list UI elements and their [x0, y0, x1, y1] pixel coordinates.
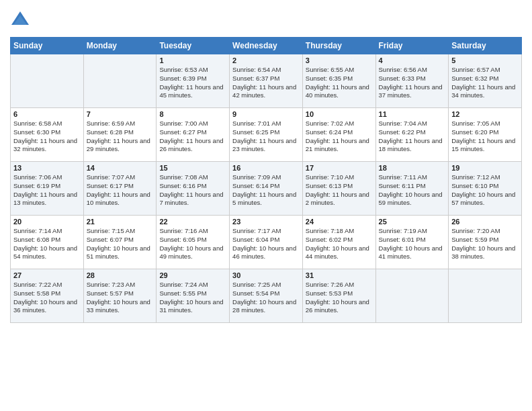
calendar-cell: 18Sunrise: 7:11 AMSunset: 6:11 PMDayligh… — [375, 162, 449, 216]
day-number: 7 — [87, 110, 154, 118]
day-info: Sunrise: 7:24 AMSunset: 5:55 PMDaylight:… — [159, 281, 226, 315]
day-info: Sunrise: 7:17 AMSunset: 6:04 PMDaylight:… — [232, 227, 300, 261]
page-header — [10, 10, 522, 30]
calendar-cell: 26Sunrise: 7:20 AMSunset: 5:59 PMDayligh… — [449, 216, 522, 269]
calendar-cell: 1Sunrise: 6:53 AMSunset: 6:39 PMDaylight… — [157, 54, 230, 108]
calendar-cell: 2Sunrise: 6:54 AMSunset: 6:37 PMDaylight… — [230, 54, 303, 108]
day-number: 12 — [451, 110, 519, 118]
calendar-cell: 25Sunrise: 7:19 AMSunset: 6:01 PMDayligh… — [375, 216, 449, 269]
calendar-cell: 16Sunrise: 7:09 AMSunset: 6:14 PMDayligh… — [230, 162, 303, 216]
weekday-header: Saturday — [449, 38, 522, 54]
calendar-cell — [375, 269, 449, 323]
calendar-week-row: 6Sunrise: 6:58 AMSunset: 6:30 PMDaylight… — [11, 108, 522, 162]
day-number: 1 — [159, 56, 226, 64]
day-info: Sunrise: 7:22 AMSunset: 5:58 PMDaylight:… — [13, 281, 81, 315]
calendar-cell: 4Sunrise: 6:56 AMSunset: 6:33 PMDaylight… — [375, 54, 449, 108]
day-number: 22 — [159, 218, 226, 226]
calendar-cell: 5Sunrise: 6:57 AMSunset: 6:32 PMDaylight… — [449, 54, 522, 108]
day-number: 2 — [232, 56, 300, 64]
day-number: 19 — [451, 164, 519, 172]
day-info: Sunrise: 7:18 AMSunset: 6:02 PMDaylight:… — [306, 227, 373, 261]
calendar-week-row: 13Sunrise: 7:06 AMSunset: 6:19 PMDayligh… — [11, 162, 522, 216]
calendar-cell: 31Sunrise: 7:26 AMSunset: 5:53 PMDayligh… — [302, 269, 375, 323]
day-number: 17 — [306, 164, 373, 172]
calendar-week-row: 27Sunrise: 7:22 AMSunset: 5:58 PMDayligh… — [11, 269, 522, 323]
day-number: 8 — [159, 110, 226, 118]
calendar-cell: 14Sunrise: 7:07 AMSunset: 6:17 PMDayligh… — [83, 162, 157, 216]
day-number: 9 — [232, 110, 300, 118]
day-number: 10 — [306, 110, 373, 118]
calendar-cell: 3Sunrise: 6:55 AMSunset: 6:35 PMDaylight… — [302, 54, 375, 108]
day-number: 3 — [306, 56, 373, 64]
calendar-week-row: 1Sunrise: 6:53 AMSunset: 6:39 PMDaylight… — [11, 54, 522, 108]
day-info: Sunrise: 7:11 AMSunset: 6:11 PMDaylight:… — [379, 173, 446, 208]
day-info: Sunrise: 7:16 AMSunset: 6:05 PMDaylight:… — [159, 227, 226, 261]
weekday-header: Monday — [83, 38, 157, 54]
day-info: Sunrise: 7:09 AMSunset: 6:14 PMDaylight:… — [232, 173, 300, 208]
calendar-cell — [83, 54, 157, 108]
day-info: Sunrise: 7:20 AMSunset: 5:59 PMDaylight:… — [451, 227, 519, 261]
calendar-cell: 30Sunrise: 7:25 AMSunset: 5:54 PMDayligh… — [230, 269, 303, 323]
calendar-cell: 11Sunrise: 7:04 AMSunset: 6:22 PMDayligh… — [375, 108, 449, 162]
weekday-header-row: SundayMondayTuesdayWednesdayThursdayFrid… — [11, 38, 522, 54]
weekday-header: Wednesday — [230, 38, 303, 54]
calendar-cell: 24Sunrise: 7:18 AMSunset: 6:02 PMDayligh… — [302, 216, 375, 269]
day-info: Sunrise: 7:00 AMSunset: 6:27 PMDaylight:… — [159, 120, 226, 154]
weekday-header: Thursday — [302, 38, 375, 54]
day-info: Sunrise: 6:56 AMSunset: 6:33 PMDaylight:… — [379, 66, 446, 100]
day-info: Sunrise: 7:12 AMSunset: 6:10 PMDaylight:… — [451, 173, 519, 208]
weekday-header: Friday — [375, 38, 449, 54]
day-number: 29 — [159, 271, 226, 279]
day-number: 5 — [451, 56, 519, 64]
day-info: Sunrise: 7:06 AMSunset: 6:19 PMDaylight:… — [13, 173, 81, 208]
calendar-cell: 10Sunrise: 7:02 AMSunset: 6:24 PMDayligh… — [302, 108, 375, 162]
calendar-cell: 8Sunrise: 7:00 AMSunset: 6:27 PMDaylight… — [157, 108, 230, 162]
day-info: Sunrise: 7:07 AMSunset: 6:17 PMDaylight:… — [87, 173, 154, 208]
calendar-cell — [11, 54, 84, 108]
calendar-cell: 27Sunrise: 7:22 AMSunset: 5:58 PMDayligh… — [11, 269, 84, 323]
weekday-header: Tuesday — [157, 38, 230, 54]
day-number: 18 — [379, 164, 446, 172]
day-info: Sunrise: 7:02 AMSunset: 6:24 PMDaylight:… — [306, 120, 373, 154]
day-info: Sunrise: 7:01 AMSunset: 6:25 PMDaylight:… — [232, 120, 300, 154]
day-info: Sunrise: 7:04 AMSunset: 6:22 PMDaylight:… — [379, 120, 446, 154]
calendar-table: SundayMondayTuesdayWednesdayThursdayFrid… — [10, 37, 522, 323]
calendar-cell: 22Sunrise: 7:16 AMSunset: 6:05 PMDayligh… — [157, 216, 230, 269]
day-number: 31 — [306, 271, 373, 279]
day-number: 23 — [232, 218, 300, 226]
calendar-cell: 29Sunrise: 7:24 AMSunset: 5:55 PMDayligh… — [157, 269, 230, 323]
calendar-cell: 6Sunrise: 6:58 AMSunset: 6:30 PMDaylight… — [11, 108, 84, 162]
day-info: Sunrise: 6:54 AMSunset: 6:37 PMDaylight:… — [232, 66, 300, 100]
day-info: Sunrise: 6:57 AMSunset: 6:32 PMDaylight:… — [451, 66, 519, 100]
day-number: 16 — [232, 164, 300, 172]
weekday-header: Sunday — [11, 38, 84, 54]
day-number: 28 — [87, 271, 154, 279]
logo-icon — [10, 10, 30, 30]
day-info: Sunrise: 7:26 AMSunset: 5:53 PMDaylight:… — [306, 281, 373, 315]
day-number: 13 — [13, 164, 81, 172]
calendar-cell: 19Sunrise: 7:12 AMSunset: 6:10 PMDayligh… — [449, 162, 522, 216]
day-number: 11 — [379, 110, 446, 118]
day-info: Sunrise: 6:58 AMSunset: 6:30 PMDaylight:… — [13, 120, 81, 154]
day-info: Sunrise: 7:15 AMSunset: 6:07 PMDaylight:… — [87, 227, 154, 261]
day-info: Sunrise: 6:59 AMSunset: 6:28 PMDaylight:… — [87, 120, 154, 154]
calendar-cell: 21Sunrise: 7:15 AMSunset: 6:07 PMDayligh… — [83, 216, 157, 269]
day-info: Sunrise: 6:53 AMSunset: 6:39 PMDaylight:… — [159, 66, 226, 100]
calendar-cell: 9Sunrise: 7:01 AMSunset: 6:25 PMDaylight… — [230, 108, 303, 162]
day-info: Sunrise: 6:55 AMSunset: 6:35 PMDaylight:… — [306, 66, 373, 100]
calendar-cell: 12Sunrise: 7:05 AMSunset: 6:20 PMDayligh… — [449, 108, 522, 162]
calendar-cell — [449, 269, 522, 323]
day-number: 15 — [159, 164, 226, 172]
calendar-cell: 23Sunrise: 7:17 AMSunset: 6:04 PMDayligh… — [230, 216, 303, 269]
calendar-cell: 13Sunrise: 7:06 AMSunset: 6:19 PMDayligh… — [11, 162, 84, 216]
day-info: Sunrise: 7:10 AMSunset: 6:13 PMDaylight:… — [306, 173, 373, 208]
day-number: 25 — [379, 218, 446, 226]
day-number: 14 — [87, 164, 154, 172]
day-info: Sunrise: 7:05 AMSunset: 6:20 PMDaylight:… — [451, 120, 519, 154]
logo — [10, 10, 33, 30]
day-number: 30 — [232, 271, 300, 279]
calendar-week-row: 20Sunrise: 7:14 AMSunset: 6:08 PMDayligh… — [11, 216, 522, 269]
calendar-cell: 15Sunrise: 7:08 AMSunset: 6:16 PMDayligh… — [157, 162, 230, 216]
day-info: Sunrise: 7:19 AMSunset: 6:01 PMDaylight:… — [379, 227, 446, 261]
calendar-cell: 7Sunrise: 6:59 AMSunset: 6:28 PMDaylight… — [83, 108, 157, 162]
